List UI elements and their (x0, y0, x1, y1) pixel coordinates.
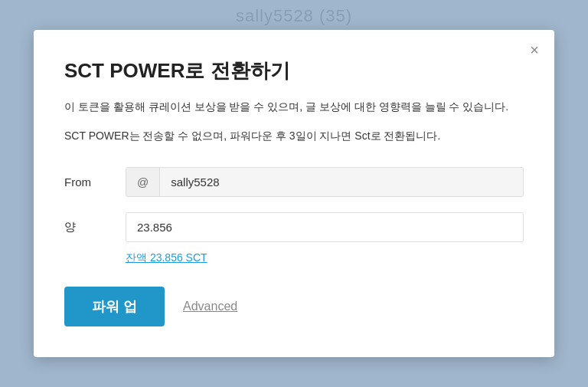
modal-description-1: 이 토큰을 활용해 큐레이션 보상을 받을 수 있으며, 글 보상에 대한 영향… (64, 98, 524, 116)
from-prefix: @ (126, 168, 160, 196)
close-button[interactable]: × (530, 42, 539, 57)
modal-dialog: × SCT POWER로 전환하기 이 토큰을 활용해 큐레이션 보상을 받을 … (34, 30, 554, 357)
powerup-button[interactable]: 파워 업 (64, 287, 165, 326)
from-input-wrapper: @ (126, 167, 524, 197)
balance-link[interactable]: 잔액 23.856 SCT (126, 251, 524, 265)
from-label: From (64, 175, 126, 189)
amount-row: 양 (64, 212, 524, 242)
modal-title: SCT POWER로 전환하기 (64, 57, 524, 84)
modal-description-2: SCT POWER는 전송할 수 없으며, 파워다운 후 3일이 지나면 Sct… (64, 127, 524, 146)
from-input[interactable] (160, 168, 523, 196)
from-row: From @ (64, 167, 524, 197)
amount-input[interactable] (126, 212, 524, 242)
action-row: 파워 업 Advanced (64, 287, 524, 326)
modal-overlay: × SCT POWER로 전환하기 이 토큰을 활용해 큐레이션 보상을 받을 … (0, 0, 588, 387)
amount-label: 양 (64, 220, 126, 234)
advanced-button[interactable]: Advanced (183, 300, 237, 313)
